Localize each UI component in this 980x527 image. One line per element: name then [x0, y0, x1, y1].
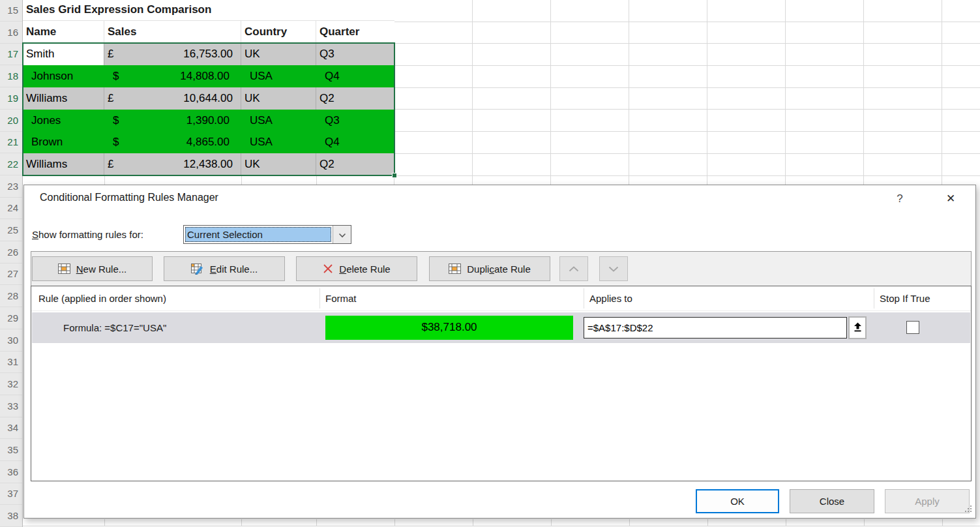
cell-country[interactable]: USA	[241, 110, 316, 132]
row-header[interactable]: 21	[0, 131, 22, 153]
row-header-column: 1516171819202122232425262728293031323334…	[0, 0, 23, 527]
gridline	[707, 519, 708, 526]
sheet-data-area: Sales Grid Expression Comparison Name Sa…	[23, 0, 394, 175]
row-number-label: 34	[7, 422, 18, 433]
edit-rule-label: Edit Rule...	[210, 264, 258, 275]
row-header[interactable]: 32	[0, 373, 22, 395]
row-header[interactable]: 18	[0, 65, 22, 87]
column-header-format: Format	[325, 286, 357, 310]
row-header[interactable]: 24	[0, 197, 22, 219]
cell-sales[interactable]: £ 10,644.00	[104, 87, 241, 110]
chevron-up-icon	[569, 264, 579, 274]
duplicate-rule-label: Duplicate Rule	[467, 264, 531, 275]
cell-name[interactable]: Johnson	[23, 65, 104, 87]
delete-rule-button[interactable]: Delete Rule	[296, 256, 417, 281]
chevron-down-icon	[338, 229, 346, 240]
cell-country[interactable]: UK	[241, 153, 316, 175]
fill-handle[interactable]	[392, 173, 397, 178]
header-cell-sales[interactable]: Sales	[104, 21, 241, 43]
duplicate-rule-button[interactable]: Duplicate Rule	[429, 256, 550, 281]
row-header[interactable]: 37	[0, 483, 22, 505]
applies-to-input[interactable]	[584, 317, 847, 339]
cell-quarter[interactable]: Q4	[316, 131, 394, 153]
row-header[interactable]: 19	[0, 87, 22, 110]
show-rules-label: Show formatting rules for:	[32, 225, 143, 244]
row-number-label: 18	[7, 70, 18, 82]
sheet-row: Williams £ 12,438.00 UK Q2	[23, 153, 394, 175]
row-header[interactable]: 34	[0, 417, 22, 439]
apply-button[interactable]: Apply	[885, 489, 970, 513]
cell-name[interactable]: Smith	[23, 43, 104, 65]
sheet-gridlines-bottom	[23, 519, 980, 526]
row-number-label: 36	[7, 466, 18, 477]
ok-button[interactable]: OK	[696, 489, 779, 513]
row-header[interactable]: 33	[0, 395, 22, 417]
cell-name[interactable]: Jones	[23, 110, 104, 132]
header-cell-country[interactable]: Country	[241, 21, 316, 43]
row-number-label: 27	[7, 268, 18, 279]
sheet-row: Johnson $ 14,808.00 USA Q4	[23, 65, 394, 87]
cell-quarter[interactable]: Q3	[316, 110, 394, 132]
cell-sales[interactable]: $ 1,390.00	[104, 110, 241, 132]
cell-a15-title[interactable]: Sales Grid Expression Comparison	[23, 0, 394, 21]
row-header[interactable]: 16	[0, 22, 22, 44]
row-header[interactable]: 22	[0, 153, 22, 175]
cell-country[interactable]: USA	[241, 131, 316, 153]
collapse-dialog-button[interactable]	[848, 316, 867, 339]
cell-quarter[interactable]: Q3	[316, 43, 394, 65]
row-header[interactable]: 20	[0, 110, 22, 132]
stop-if-true-checkbox[interactable]	[906, 321, 919, 334]
row-header[interactable]: 30	[0, 329, 22, 352]
cell-sales[interactable]: £ 12,438.00	[104, 153, 241, 175]
row-header[interactable]: 23	[0, 175, 22, 198]
currency-symbol: $	[113, 65, 119, 87]
currency-symbol: $	[113, 110, 119, 132]
cell-country[interactable]: USA	[241, 65, 316, 87]
scope-dropdown-button[interactable]	[333, 226, 351, 243]
row-header[interactable]: 26	[0, 241, 22, 264]
sales-amount: 14,808.00	[180, 65, 230, 87]
header-cell-name[interactable]: Name	[23, 21, 104, 43]
row-header[interactable]: 17	[0, 43, 22, 65]
row-header[interactable]: 35	[0, 439, 22, 461]
edit-rule-button[interactable]: Edit Rule...	[164, 256, 285, 281]
column-header-applies-to: Applies to	[589, 286, 632, 310]
row-header[interactable]: 28	[0, 285, 22, 307]
cell-quarter[interactable]: Q2	[316, 87, 394, 110]
rule-row[interactable]: Formula: =$C17="USA" $38,718.00	[32, 312, 970, 343]
new-rule-table-icon	[58, 264, 70, 274]
gridline	[864, 519, 865, 526]
row-number-label: 24	[7, 202, 18, 213]
cell-name[interactable]: Brown	[23, 131, 104, 153]
row-header[interactable]: 36	[0, 461, 22, 483]
row-header[interactable]: 38	[0, 505, 22, 527]
cell-name[interactable]: Williams	[23, 87, 104, 110]
move-rule-up-button[interactable]	[559, 256, 588, 281]
scope-dropdown[interactable]: Current Selection	[183, 225, 351, 244]
row-header[interactable]: 31	[0, 351, 22, 373]
header-cell-quarter[interactable]: Quarter	[316, 21, 394, 43]
gridline	[551, 519, 552, 526]
close-button[interactable]: Close	[790, 489, 874, 513]
row-header[interactable]: 15	[0, 0, 22, 22]
chevron-down-icon	[608, 264, 619, 274]
sheet-gridlines-row23	[23, 175, 394, 185]
cell-sales[interactable]: $ 14,808.00	[104, 65, 241, 87]
cell-quarter[interactable]: Q4	[316, 65, 394, 87]
row-header[interactable]: 25	[0, 219, 22, 241]
cell-country[interactable]: UK	[241, 43, 316, 65]
cell-quarter[interactable]: Q2	[316, 153, 394, 175]
gridline	[942, 519, 943, 526]
row-header[interactable]: 29	[0, 307, 22, 329]
move-rule-down-button[interactable]	[599, 256, 628, 281]
close-icon[interactable]: ✕	[940, 189, 962, 209]
help-icon[interactable]: ?	[891, 190, 908, 207]
cell-sales[interactable]: £ 16,753.00	[104, 43, 241, 65]
cell-country[interactable]: UK	[241, 87, 316, 110]
resize-grip-icon[interactable]	[964, 504, 973, 515]
gridline	[473, 519, 473, 526]
row-header[interactable]: 27	[0, 263, 22, 285]
cell-sales[interactable]: $ 4,865.00	[104, 131, 241, 153]
cell-name[interactable]: Williams	[23, 153, 104, 175]
new-rule-button[interactable]: New Rule...	[32, 256, 153, 281]
